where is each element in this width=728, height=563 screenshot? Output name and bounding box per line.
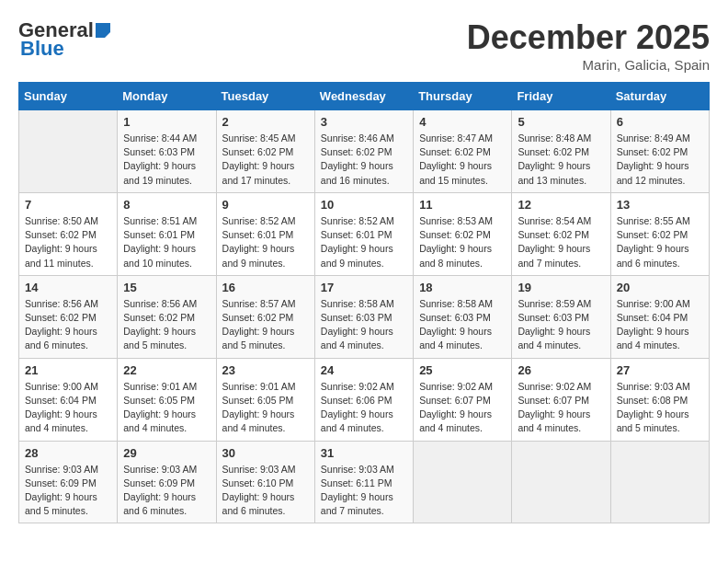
day-number: 1: [123, 115, 210, 129]
day-number: 11: [419, 198, 506, 212]
calendar-cell: 23Sunrise: 9:01 AMSunset: 6:05 PMDayligh…: [216, 358, 314, 441]
title-area: December 2025 Marin, Galicia, Spain: [467, 18, 710, 73]
day-number: 25: [419, 363, 506, 377]
day-info: Sunrise: 8:55 AMSunset: 6:02 PMDaylight:…: [617, 214, 703, 270]
day-number: 30: [222, 446, 309, 460]
calendar-cell: 13Sunrise: 8:55 AMSunset: 6:02 PMDayligh…: [610, 192, 709, 275]
day-info: Sunrise: 9:03 AMSunset: 6:10 PMDaylight:…: [222, 463, 309, 519]
month-title: December 2025: [467, 18, 710, 57]
day-number: 20: [617, 281, 703, 294]
header-friday: Friday: [512, 83, 610, 110]
day-number: 18: [419, 281, 506, 294]
day-info: Sunrise: 8:52 AMSunset: 6:01 PMDaylight:…: [222, 214, 309, 270]
header-tuesday: Tuesday: [216, 83, 314, 110]
day-number: 7: [25, 198, 111, 212]
day-info: Sunrise: 8:48 AMSunset: 6:02 PMDaylight:…: [518, 132, 604, 188]
day-number: 6: [617, 115, 703, 129]
calendar-cell: 29Sunrise: 9:03 AMSunset: 6:09 PMDayligh…: [118, 441, 216, 523]
header-sunday: Sunday: [19, 83, 118, 110]
day-info: Sunrise: 9:03 AMSunset: 6:11 PMDaylight:…: [321, 463, 407, 519]
calendar-cell: 3Sunrise: 8:46 AMSunset: 6:02 PMDaylight…: [314, 110, 413, 193]
calendar-cell: 16Sunrise: 8:57 AMSunset: 6:02 PMDayligh…: [216, 275, 314, 358]
day-number: 4: [419, 115, 506, 129]
calendar-cell: 2Sunrise: 8:45 AMSunset: 6:02 PMDaylight…: [216, 110, 314, 193]
calendar-cell: 8Sunrise: 8:51 AMSunset: 6:01 PMDaylight…: [118, 192, 216, 275]
day-info: Sunrise: 8:52 AMSunset: 6:01 PMDaylight:…: [321, 214, 407, 270]
day-info: Sunrise: 8:46 AMSunset: 6:02 PMDaylight:…: [321, 132, 407, 188]
day-number: 21: [25, 363, 111, 377]
day-number: 31: [321, 446, 407, 460]
location: Marin, Galicia, Spain: [467, 57, 710, 73]
day-number: 3: [321, 115, 407, 129]
day-number: 26: [518, 363, 604, 377]
calendar-cell: 24Sunrise: 9:02 AMSunset: 6:06 PMDayligh…: [314, 358, 413, 441]
day-info: Sunrise: 8:59 AMSunset: 6:03 PMDaylight:…: [518, 297, 604, 353]
calendar-cell: 19Sunrise: 8:59 AMSunset: 6:03 PMDayligh…: [512, 275, 610, 358]
day-info: Sunrise: 8:45 AMSunset: 6:02 PMDaylight:…: [222, 132, 309, 188]
day-info: Sunrise: 9:03 AMSunset: 6:09 PMDaylight:…: [123, 463, 210, 519]
calendar-header-row: SundayMondayTuesdayWednesdayThursdayFrid…: [19, 83, 710, 110]
week-row-5: 28Sunrise: 9:03 AMSunset: 6:09 PMDayligh…: [19, 441, 710, 523]
week-row-2: 7Sunrise: 8:50 AMSunset: 6:02 PMDaylight…: [19, 192, 710, 275]
calendar-cell: 25Sunrise: 9:02 AMSunset: 6:07 PMDayligh…: [414, 358, 512, 441]
day-info: Sunrise: 8:49 AMSunset: 6:02 PMDaylight:…: [617, 132, 703, 188]
calendar-cell: 6Sunrise: 8:49 AMSunset: 6:02 PMDaylight…: [610, 110, 709, 193]
day-info: Sunrise: 9:00 AMSunset: 6:04 PMDaylight:…: [25, 380, 111, 436]
week-row-1: 1Sunrise: 8:44 AMSunset: 6:03 PMDaylight…: [19, 110, 710, 193]
day-info: Sunrise: 9:03 AMSunset: 6:08 PMDaylight:…: [617, 380, 703, 436]
day-info: Sunrise: 9:02 AMSunset: 6:07 PMDaylight:…: [518, 380, 604, 436]
calendar-table: SundayMondayTuesdayWednesdayThursdayFrid…: [18, 82, 710, 523]
day-info: Sunrise: 8:54 AMSunset: 6:02 PMDaylight:…: [518, 214, 604, 270]
logo-icon: [96, 23, 110, 38]
logo-blue: Blue: [20, 37, 64, 61]
day-info: Sunrise: 9:03 AMSunset: 6:09 PMDaylight:…: [25, 463, 111, 519]
day-number: 27: [617, 363, 703, 377]
day-number: 23: [222, 363, 309, 377]
calendar-cell: 11Sunrise: 8:53 AMSunset: 6:02 PMDayligh…: [414, 192, 512, 275]
day-info: Sunrise: 8:56 AMSunset: 6:02 PMDaylight:…: [25, 297, 111, 353]
day-number: 19: [518, 281, 604, 294]
header-wednesday: Wednesday: [314, 83, 413, 110]
header-saturday: Saturday: [610, 83, 709, 110]
calendar-cell: 17Sunrise: 8:58 AMSunset: 6:03 PMDayligh…: [314, 275, 413, 358]
day-number: 2: [222, 115, 309, 129]
day-info: Sunrise: 8:58 AMSunset: 6:03 PMDaylight:…: [321, 297, 407, 353]
calendar-cell: 9Sunrise: 8:52 AMSunset: 6:01 PMDaylight…: [216, 192, 314, 275]
day-number: 9: [222, 198, 309, 212]
day-number: 22: [123, 363, 210, 377]
day-info: Sunrise: 8:57 AMSunset: 6:02 PMDaylight:…: [222, 297, 309, 353]
day-info: Sunrise: 9:01 AMSunset: 6:05 PMDaylight:…: [222, 380, 309, 436]
header-monday: Monday: [118, 83, 216, 110]
day-number: 14: [25, 281, 111, 294]
calendar-cell: 10Sunrise: 8:52 AMSunset: 6:01 PMDayligh…: [314, 192, 413, 275]
day-number: 17: [321, 281, 407, 294]
calendar-cell: 5Sunrise: 8:48 AMSunset: 6:02 PMDaylight…: [512, 110, 610, 193]
day-info: Sunrise: 9:02 AMSunset: 6:06 PMDaylight:…: [321, 380, 407, 436]
calendar-cell: 20Sunrise: 9:00 AMSunset: 6:04 PMDayligh…: [610, 275, 709, 358]
day-number: 13: [617, 198, 703, 212]
day-info: Sunrise: 8:50 AMSunset: 6:02 PMDaylight:…: [25, 214, 111, 270]
day-number: 29: [123, 446, 210, 460]
calendar-cell: [512, 441, 610, 523]
calendar-cell: 22Sunrise: 9:01 AMSunset: 6:05 PMDayligh…: [118, 358, 216, 441]
svg-marker-0: [96, 23, 110, 38]
calendar-cell: 7Sunrise: 8:50 AMSunset: 6:02 PMDaylight…: [19, 192, 118, 275]
calendar-cell: 26Sunrise: 9:02 AMSunset: 6:07 PMDayligh…: [512, 358, 610, 441]
day-number: 16: [222, 281, 309, 294]
calendar-cell: [414, 441, 512, 523]
day-number: 8: [123, 198, 210, 212]
day-number: 10: [321, 198, 407, 212]
calendar-cell: 21Sunrise: 9:00 AMSunset: 6:04 PMDayligh…: [19, 358, 118, 441]
calendar-cell: [19, 110, 118, 193]
day-info: Sunrise: 9:01 AMSunset: 6:05 PMDaylight:…: [123, 380, 210, 436]
day-info: Sunrise: 8:51 AMSunset: 6:01 PMDaylight:…: [123, 214, 210, 270]
day-number: 28: [25, 446, 111, 460]
week-row-4: 21Sunrise: 9:00 AMSunset: 6:04 PMDayligh…: [19, 358, 710, 441]
calendar-cell: 28Sunrise: 9:03 AMSunset: 6:09 PMDayligh…: [19, 441, 118, 523]
day-info: Sunrise: 9:00 AMSunset: 6:04 PMDaylight:…: [617, 297, 703, 353]
header: General Blue December 2025 Marin, Galici…: [18, 18, 710, 73]
calendar-cell: 1Sunrise: 8:44 AMSunset: 6:03 PMDaylight…: [118, 110, 216, 193]
day-number: 5: [518, 115, 604, 129]
logo: General Blue: [18, 18, 110, 61]
calendar-cell: 15Sunrise: 8:56 AMSunset: 6:02 PMDayligh…: [118, 275, 216, 358]
